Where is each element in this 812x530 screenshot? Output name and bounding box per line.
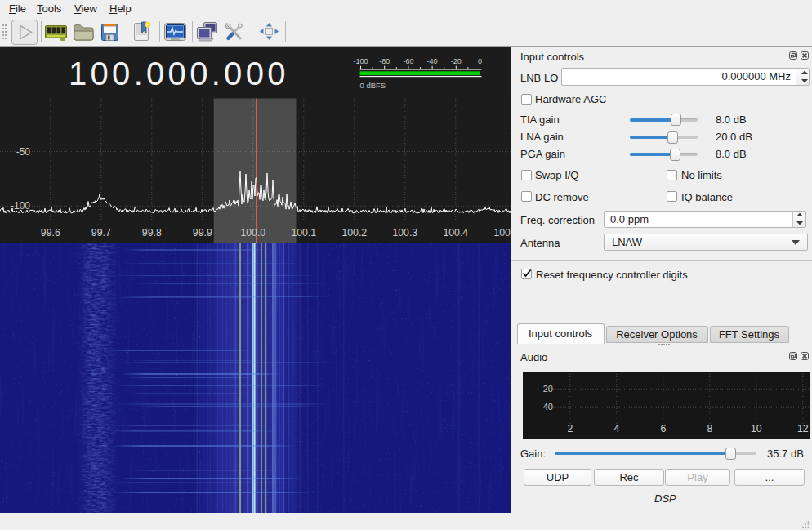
svg-text:0: 0 <box>478 57 482 65</box>
svg-text:100.000.000: 100.000.000 <box>69 56 289 91</box>
svg-text:99.8: 99.8 <box>142 227 162 238</box>
svg-text:8: 8 <box>707 423 712 434</box>
svg-text:-20: -20 <box>540 384 553 394</box>
svg-text:-20: -20 <box>451 57 462 65</box>
svg-text:-80: -80 <box>379 57 390 65</box>
svg-text:0 dBFS: 0 dBFS <box>360 81 386 90</box>
svg-text:100.2: 100.2 <box>341 227 367 238</box>
svg-text:100.4: 100.4 <box>443 227 468 238</box>
svg-text:-40: -40 <box>427 57 438 65</box>
svg-text:99.9: 99.9 <box>193 227 212 238</box>
svg-text:2: 2 <box>567 423 573 434</box>
svg-text:10: 10 <box>751 423 762 434</box>
svg-text:99.7: 99.7 <box>91 227 111 238</box>
svg-text:12: 12 <box>797 423 809 434</box>
svg-text:-100: -100 <box>353 57 368 65</box>
svg-text:-50: -50 <box>16 146 31 158</box>
svg-text:4: 4 <box>613 423 619 434</box>
svg-text:6: 6 <box>660 423 666 434</box>
svg-text:100.5: 100.5 <box>493 227 511 238</box>
svg-text:100.0: 100.0 <box>240 227 265 238</box>
svg-text:-60: -60 <box>403 57 413 65</box>
svg-text:99.6: 99.6 <box>41 227 60 238</box>
svg-text:-40: -40 <box>540 402 553 412</box>
svg-text:100.1: 100.1 <box>291 227 316 238</box>
svg-text:100.3: 100.3 <box>392 227 417 238</box>
